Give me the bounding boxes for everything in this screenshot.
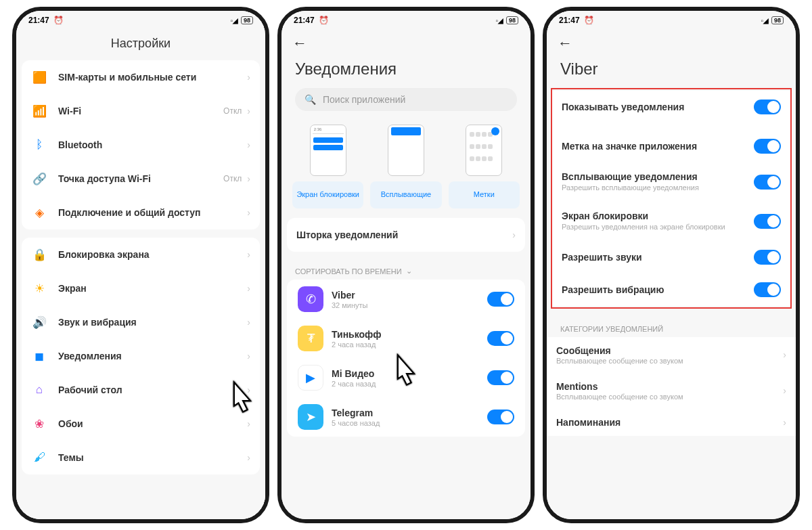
notification-setting-row[interactable]: Разрешить вибрацию xyxy=(552,273,790,306)
chevron-right-icon: › xyxy=(247,139,250,150)
settings-row[interactable]: ❀Обои› xyxy=(22,407,260,441)
row-icon: 🖌 xyxy=(31,449,47,466)
row-icon: 🟧 xyxy=(31,69,47,85)
row-icon: 🔒 xyxy=(31,246,47,263)
toggle-switch[interactable] xyxy=(754,139,781,154)
row-icon: 🔗 xyxy=(31,171,47,187)
sort-label[interactable]: СОРТИРОВАТЬ ПО ВРЕМЕНИ ⌄ xyxy=(281,260,531,280)
setting-title: Экран блокировки xyxy=(562,211,747,221)
preview-option[interactable]: 2:36Экран блокировки xyxy=(292,125,363,208)
chevron-right-icon: › xyxy=(247,418,250,429)
toggle-switch[interactable] xyxy=(487,370,514,385)
notification-preview-row: 2:36Экран блокировкиВсплывающиеМетки xyxy=(281,122,531,208)
row-icon: ◼ xyxy=(31,348,47,364)
status-bar: 21:47 ⏰ ▫◢ 98 xyxy=(16,11,265,30)
status-bar: 21:47 ⏰ ▫◢ 98 xyxy=(281,11,531,30)
category-row[interactable]: Напоминания› xyxy=(547,409,796,436)
setting-title: Метка на значке приложения xyxy=(562,141,747,152)
app-name: Тинькофф xyxy=(332,329,487,340)
screen-viber: 21:47 ⏰ ▫◢ 98 ← Viber Показывать уведомл… xyxy=(547,11,796,519)
setting-subtitle: Разрешить всплывающие уведомления xyxy=(562,183,747,193)
notification-setting-row[interactable]: Всплывающие уведомленияРазрешить всплыва… xyxy=(552,162,790,202)
settings-row[interactable]: ᛒBluetooth› xyxy=(22,128,260,162)
settings-row[interactable]: ☀Экран› xyxy=(22,271,260,305)
row-icon: 📶 xyxy=(31,103,47,119)
back-button[interactable]: ← xyxy=(292,35,307,52)
settings-row[interactable]: 🔗Точка доступа Wi-FiОткл› xyxy=(22,162,260,196)
preview-label: Метки xyxy=(449,181,520,208)
preview-option[interactable]: Метки xyxy=(449,125,520,208)
back-button[interactable]: ← xyxy=(558,35,572,52)
preview-thumbnail xyxy=(466,125,502,176)
app-text: Viber32 минуты xyxy=(332,290,487,309)
row-label: Уведомления xyxy=(58,351,247,361)
toggle-switch[interactable] xyxy=(754,250,781,265)
settings-row[interactable]: ◼Уведомления› xyxy=(22,339,260,373)
row-icon: ◈ xyxy=(31,204,47,221)
phone-1: 21:47 ⏰ ▫◢ 98 Настройки 🟧SIM-карты и моб… xyxy=(12,7,269,523)
row-label: Шторка уведомлений xyxy=(296,229,512,240)
category-text: СообщенияВсплывающее сообщение со звуком xyxy=(556,345,783,365)
settings-row[interactable]: 🖌Темы› xyxy=(22,441,260,474)
notification-setting-row[interactable]: Показывать уведомления xyxy=(552,91,790,123)
app-row[interactable]: ▶Mi Видео2 часа назад xyxy=(287,358,525,397)
preview-label: Всплывающие xyxy=(370,181,441,208)
app-row[interactable]: ₮Тинькофф2 часа назад xyxy=(287,319,525,358)
row-label: Экран xyxy=(58,283,247,294)
settings-row[interactable]: ◈Подключение и общий доступ› xyxy=(22,196,260,229)
setting-text: Разрешить вибрацию xyxy=(562,284,754,295)
app-subtitle: 2 часа назад xyxy=(332,380,487,388)
chevron-right-icon: › xyxy=(247,106,250,116)
search-icon: 🔍 xyxy=(304,94,316,105)
settings-row[interactable]: 🔒Блокировка экрана› xyxy=(22,238,260,271)
row-label: Обои xyxy=(58,418,247,429)
signal-icon: ▫◢ xyxy=(230,17,238,24)
app-icon: ✆ xyxy=(298,286,323,312)
page-title: Уведомления xyxy=(281,57,531,88)
setting-subtitle: Разрешить уведомления на экране блокиров… xyxy=(562,223,747,232)
toggle-switch[interactable] xyxy=(754,282,781,297)
settings-row[interactable]: 🟧SIM-карты и мобильные сети› xyxy=(22,60,260,94)
toggle-switch[interactable] xyxy=(754,214,781,229)
toggle-switch[interactable] xyxy=(487,292,514,307)
app-row[interactable]: ✆Viber32 минуты xyxy=(287,280,525,319)
settings-row[interactable]: 🔊Звук и вибрация› xyxy=(22,305,260,339)
toggle-switch[interactable] xyxy=(754,175,781,190)
header-back: ← xyxy=(547,30,796,57)
setting-title: Показывать уведомления xyxy=(562,102,747,112)
setting-title: Всплывающие уведомления xyxy=(562,171,747,182)
toggle-switch[interactable] xyxy=(487,331,514,346)
row-label: SIM-карты и мобильные сети xyxy=(58,72,247,83)
search-input[interactable]: 🔍 Поиск приложений xyxy=(295,88,517,111)
setting-text: Показывать уведомления xyxy=(562,102,754,112)
notification-setting-row[interactable]: Экран блокировкиРазрешить уведомления на… xyxy=(552,202,790,241)
app-name: Mi Видео xyxy=(332,368,487,379)
status-time: 21:47 xyxy=(559,16,580,25)
setting-text: Разрешить звуки xyxy=(562,252,754,263)
battery-indicator: 98 xyxy=(771,16,784,24)
settings-row[interactable]: 📶Wi-FiОткл› xyxy=(22,94,260,128)
category-row[interactable]: MentionsВсплывающее сообщение со звуком› xyxy=(547,373,796,409)
header-back: ← xyxy=(281,30,531,57)
settings-list[interactable]: 🟧SIM-карты и мобильные сети›📶Wi-FiОткл›ᛒ… xyxy=(16,60,265,519)
page-title: Viber xyxy=(547,57,796,88)
page-title: Настройки xyxy=(16,30,265,60)
settings-row[interactable]: ⌂Рабочий стол› xyxy=(22,373,260,407)
row-label: Звук и вибрация xyxy=(58,317,247,328)
notification-setting-row[interactable]: Разрешить звуки xyxy=(552,241,790,273)
category-title: Mentions xyxy=(556,381,783,392)
category-row[interactable]: СообщенияВсплывающее сообщение со звуком… xyxy=(547,337,796,373)
category-text: MentionsВсплывающее сообщение со звуком xyxy=(556,381,783,401)
preview-option[interactable]: Всплывающие xyxy=(370,125,441,208)
notification-shade-row[interactable]: Шторка уведомлений › xyxy=(287,218,525,252)
highlighted-settings: Показывать уведомленияМетка на значке пр… xyxy=(551,88,792,309)
alarm-icon: ⏰ xyxy=(584,16,594,25)
toggle-switch[interactable] xyxy=(754,100,781,114)
row-icon: ᛒ xyxy=(31,137,47,153)
app-subtitle: 32 минуты xyxy=(332,301,487,309)
toggle-switch[interactable] xyxy=(487,410,514,424)
setting-title: Разрешить вибрацию xyxy=(562,284,747,295)
setting-text: Метка на значке приложения xyxy=(562,141,754,152)
app-row[interactable]: ➤Telegram5 часов назад xyxy=(287,397,525,437)
notification-setting-row[interactable]: Метка на значке приложения xyxy=(552,130,790,162)
